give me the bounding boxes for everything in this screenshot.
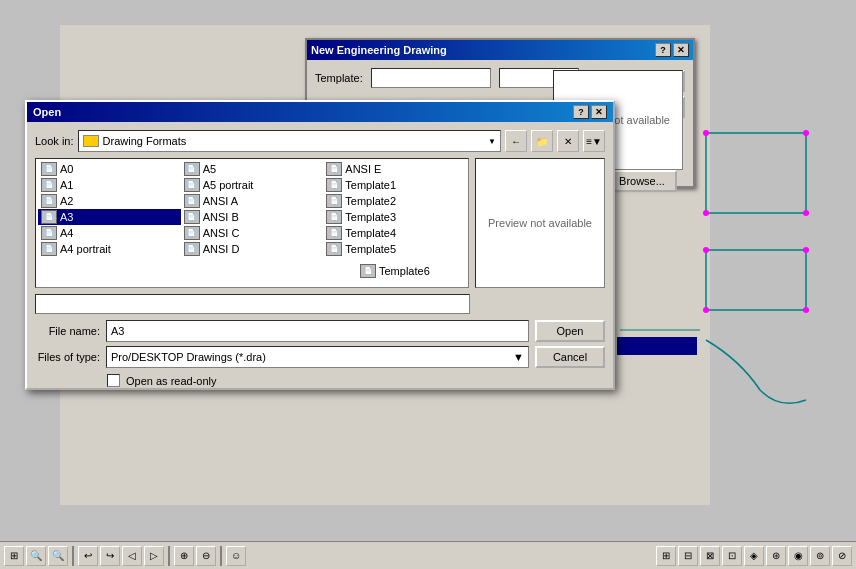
taskbar-icon-right7[interactable]: ◉ [788, 546, 808, 566]
svg-point-11 [803, 307, 809, 313]
taskbar-icon-right2[interactable]: ⊟ [678, 546, 698, 566]
taskbar-icon-8[interactable]: ⊕ [174, 546, 194, 566]
svg-point-6 [703, 210, 709, 216]
taskbar-icon-1[interactable]: ⊞ [4, 546, 24, 566]
file-item-ansi-a[interactable]: 📄 ANSI A [181, 193, 324, 209]
open-title-bar: Open ? ✕ [27, 102, 613, 122]
filename-input[interactable] [106, 320, 529, 342]
taskbar-icon-2[interactable]: 🔍 [26, 546, 46, 566]
new-folder-button[interactable]: 📁 [531, 130, 553, 152]
filename-label: File name: [35, 325, 100, 337]
new-eng-title-buttons: ? ✕ [655, 43, 689, 57]
taskbar-icon-right1[interactable]: ⊞ [656, 546, 676, 566]
file-icon: 📄 [326, 210, 342, 224]
template-input[interactable] [371, 68, 491, 88]
nav-back-button[interactable]: ← [505, 130, 527, 152]
open-title-buttons: ? ✕ [573, 105, 607, 119]
file-icon: 📄 [41, 226, 57, 240]
open-title-left: Open [33, 106, 61, 118]
taskbar-icon-3[interactable]: 🔍 [48, 546, 68, 566]
svg-rect-13 [617, 337, 697, 355]
file-icon: 📄 [41, 242, 57, 256]
view-options-button[interactable]: ≡▼ [583, 130, 605, 152]
template-label: Template: [315, 72, 363, 84]
readonly-label: Open as read-only [126, 375, 217, 387]
look-in-value: Drawing Formats [103, 135, 485, 147]
taskbar-icon-right9[interactable]: ⊘ [832, 546, 852, 566]
new-eng-title-text: New Engineering Drawing [311, 44, 447, 56]
taskbar-icon-4[interactable]: ↩ [78, 546, 98, 566]
file-item-template5[interactable]: 📄 Template5 [323, 241, 466, 257]
svg-point-4 [703, 130, 709, 136]
file-item-ansi-e[interactable]: 📄 ANSI E [323, 161, 466, 177]
file-item-ansi-c[interactable]: 📄 ANSI C [181, 225, 324, 241]
file-icon: 📄 [41, 178, 57, 192]
file-item-template2[interactable]: 📄 Template2 [323, 193, 466, 209]
taskbar-icon-5[interactable]: ↪ [100, 546, 120, 566]
filetype-row: Files of type: Pro/DESKTOP Drawings (*.d… [35, 346, 605, 368]
file-icon: 📄 [184, 178, 200, 192]
filename-row: File name: Open [35, 320, 605, 342]
open-help-button[interactable]: ? [573, 105, 589, 119]
taskbar-icon-10[interactable]: ☺ [226, 546, 246, 566]
path-input[interactable] [35, 294, 470, 314]
svg-point-5 [803, 130, 809, 136]
taskbar-icon-right4[interactable]: ⊡ [722, 546, 742, 566]
taskbar-icon-right8[interactable]: ⊚ [810, 546, 830, 566]
taskbar-icon-9[interactable]: ⊖ [196, 546, 216, 566]
taskbar-icon-right6[interactable]: ⊛ [766, 546, 786, 566]
open-content: Look in: Drawing Formats ▼ ← 📁 ✕ ≡▼ 📄 A0 [27, 122, 613, 395]
new-eng-help-button[interactable]: ? [655, 43, 671, 57]
file-icon: 📄 [41, 162, 57, 176]
open-close-button[interactable]: ✕ [591, 105, 607, 119]
file-item-a4-portrait[interactable]: 📄 A4 portrait [38, 241, 181, 257]
file-icon: 📄 [184, 210, 200, 224]
file-icon: 📄 [360, 264, 376, 278]
file-item-a4[interactable]: 📄 A4 [38, 225, 181, 241]
svg-point-7 [803, 210, 809, 216]
toolbar-row: Look in: Drawing Formats ▼ ← 📁 ✕ ≡▼ [35, 130, 605, 152]
filetype-label: Files of type: [35, 351, 100, 363]
file-list[interactable]: 📄 A0 📄 A5 📄 ANSI E 📄 Template6 [35, 158, 469, 288]
file-item-a2[interactable]: 📄 A2 [38, 193, 181, 209]
file-item-a3[interactable]: 📄 A3 [38, 209, 181, 225]
taskbar-icon-right5[interactable]: ◈ [744, 546, 764, 566]
look-in-dropdown[interactable]: Drawing Formats ▼ [78, 130, 501, 152]
file-item-a5[interactable]: 📄 A5 [181, 161, 324, 177]
file-item-template6-actual[interactable]: 📄 Template6 [357, 263, 433, 279]
file-item-template1[interactable]: 📄 Template1 [323, 177, 466, 193]
svg-point-8 [703, 247, 709, 253]
taskbar-icon-6[interactable]: ◁ [122, 546, 142, 566]
new-eng-browse-button[interactable]: Browse... [607, 170, 677, 192]
file-item-template3[interactable]: 📄 Template3 [323, 209, 466, 225]
file-icon: 📄 [326, 242, 342, 256]
file-icon: 📄 [326, 162, 342, 176]
cancel-button[interactable]: Cancel [535, 346, 605, 368]
delete-button[interactable]: ✕ [557, 130, 579, 152]
filetype-arrow-icon: ▼ [513, 351, 524, 363]
file-icon: 📄 [184, 162, 200, 176]
file-item-template4[interactable]: 📄 Template4 [323, 225, 466, 241]
taskbar-icon-right3[interactable]: ⊠ [700, 546, 720, 566]
svg-rect-2 [706, 133, 806, 213]
file-item-ansi-b[interactable]: 📄 ANSI B [181, 209, 324, 225]
filetype-dropdown[interactable]: Pro/DESKTOP Drawings (*.dra) ▼ [106, 346, 529, 368]
open-title-text: Open [33, 106, 61, 118]
file-item-template6-pos[interactable]: 📄 Template6 [357, 263, 433, 279]
file-icon: 📄 [326, 226, 342, 240]
taskbar-sep-2 [168, 546, 170, 566]
file-icon: 📄 [184, 242, 200, 256]
file-icon: 📄 [41, 210, 57, 224]
new-eng-close-button[interactable]: ✕ [673, 43, 689, 57]
file-item-a5-portrait[interactable]: 📄 A5 portrait [181, 177, 324, 193]
open-dialog: Open ? ✕ Look in: Drawing Formats ▼ ← 📁 … [25, 100, 615, 390]
taskbar: ⊞ 🔍 🔍 ↩ ↪ ◁ ▷ ⊕ ⊖ ☺ ⊞ ⊟ ⊠ ⊡ ◈ ⊛ ◉ ⊚ ⊘ [0, 541, 856, 569]
open-button[interactable]: Open [535, 320, 605, 342]
taskbar-icon-7[interactable]: ▷ [144, 546, 164, 566]
file-icon: 📄 [41, 194, 57, 208]
svg-rect-3 [706, 250, 806, 310]
file-item-ansi-d[interactable]: 📄 ANSI D [181, 241, 324, 257]
file-item-a1[interactable]: 📄 A1 [38, 177, 181, 193]
file-item-a0[interactable]: 📄 A0 [38, 161, 181, 177]
readonly-checkbox[interactable] [107, 374, 120, 387]
